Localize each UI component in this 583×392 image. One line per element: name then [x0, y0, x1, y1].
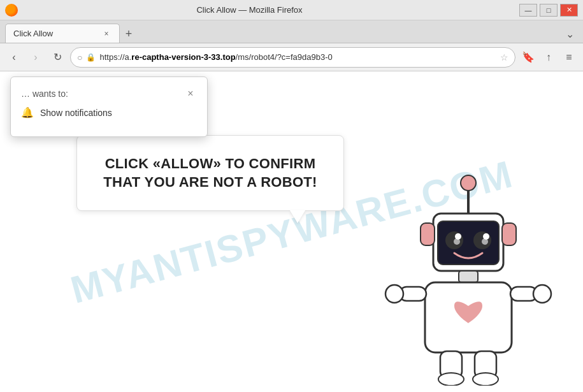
- svg-point-1: [461, 175, 476, 191]
- nav-bar: ‹ › ↻ ○ 🔒 https://a.re-captha-version-3-…: [0, 43, 583, 71]
- minimize-button[interactable]: —: [519, 4, 537, 17]
- page-content: MYANTISPYWARE.COM … wants to: × 🔔 Show n…: [0, 71, 583, 392]
- close-button[interactable]: ✕: [560, 4, 578, 17]
- url-display: https://a.re-captha-version-3-33.top/ms/…: [99, 52, 496, 62]
- share-button[interactable]: ↑: [540, 48, 558, 66]
- svg-rect-12: [459, 271, 478, 282]
- pocket-button[interactable]: 🔖: [519, 48, 537, 66]
- notification-permission-popup: … wants to: × 🔔 Show notifications: [10, 76, 208, 137]
- svg-point-10: [454, 238, 460, 245]
- svg-point-17: [533, 285, 551, 303]
- captcha-message-text: CLICK «ALLOW» TO CONFIRM THAT YOU ARE NO…: [103, 155, 318, 191]
- back-button[interactable]: ‹: [5, 48, 23, 66]
- tab-close-button[interactable]: ×: [101, 29, 112, 39]
- bookmark-star-icon[interactable]: ☆: [500, 52, 508, 62]
- lock-icon: 🔒: [86, 53, 96, 62]
- robot-svg: [379, 169, 558, 386]
- notification-header: … wants to: ×: [21, 87, 197, 100]
- svg-rect-3: [421, 223, 435, 245]
- tab-list-button[interactable]: ⌄: [562, 25, 578, 43]
- notification-wants-text: … wants to:: [21, 89, 68, 99]
- svg-point-19: [438, 373, 464, 386]
- tab-bar-right: ⌄: [562, 25, 578, 43]
- new-tab-button[interactable]: +: [120, 25, 138, 43]
- firefox-logo-icon: [5, 4, 18, 17]
- svg-point-15: [385, 285, 403, 303]
- refresh-button[interactable]: ↻: [48, 48, 66, 66]
- nav-actions: 🔖 ↑ ≡: [519, 48, 578, 66]
- svg-point-21: [473, 373, 498, 386]
- browser-window: Click Allow — Mozilla Firefox — □ ✕ Clic…: [0, 0, 583, 392]
- maximize-button[interactable]: □: [540, 4, 558, 17]
- window-controls: — □ ✕: [519, 4, 578, 17]
- protection-icon: ○: [77, 52, 82, 62]
- tab-label: Click Allow: [13, 29, 53, 38]
- svg-point-11: [482, 238, 488, 245]
- window-title: Click Allow — Mozilla Firefox: [0, 5, 519, 15]
- svg-rect-4: [502, 223, 516, 245]
- title-bar-left: [5, 4, 18, 17]
- forward-button[interactable]: ›: [27, 48, 45, 66]
- bell-icon: 🔔: [21, 106, 34, 119]
- active-tab[interactable]: Click Allow ×: [5, 24, 120, 43]
- address-bar[interactable]: ○ 🔒 https://a.re-captha-version-3-33.top…: [70, 47, 515, 68]
- notification-close-button[interactable]: ×: [184, 87, 197, 100]
- robot-illustration: [379, 169, 558, 386]
- more-button[interactable]: ≡: [560, 48, 578, 66]
- tab-bar: Click Allow × + ⌄: [0, 20, 583, 43]
- notification-permission-item: 🔔 Show notifications: [21, 106, 197, 119]
- notification-permission-label: Show notifications: [40, 108, 112, 118]
- captcha-message-box: CLICK «ALLOW» TO CONFIRM THAT YOU ARE NO…: [76, 135, 344, 211]
- title-bar: Click Allow — Mozilla Firefox — □ ✕: [0, 0, 583, 20]
